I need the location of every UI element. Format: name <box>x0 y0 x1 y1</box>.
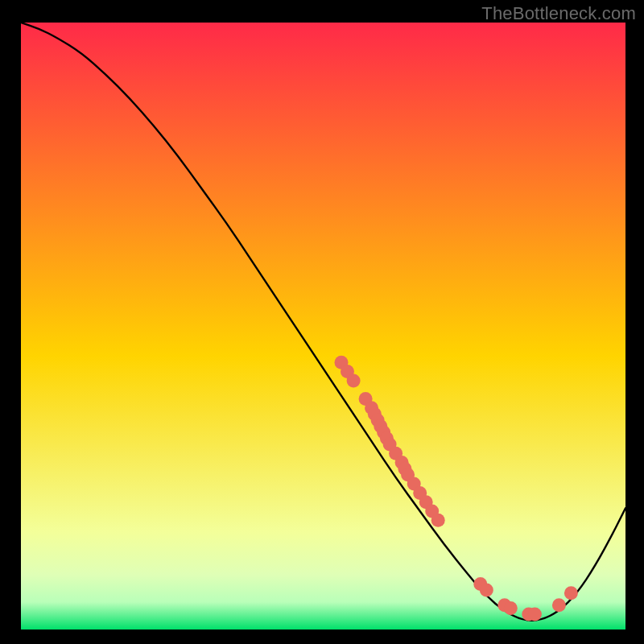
marker-dot <box>528 608 542 621</box>
watermark-text: TheBottleneck.com <box>481 3 636 24</box>
chart-plot-area <box>21 23 625 630</box>
chart-frame: TheBottleneck.com <box>0 0 644 644</box>
marker-dot <box>552 598 566 612</box>
marker-dot <box>347 374 361 387</box>
gradient-background <box>21 23 625 630</box>
marker-dot <box>431 514 445 527</box>
marker-dot <box>564 586 578 600</box>
chart-svg <box>21 23 625 630</box>
marker-dot <box>504 601 518 615</box>
marker-dot <box>480 584 493 597</box>
